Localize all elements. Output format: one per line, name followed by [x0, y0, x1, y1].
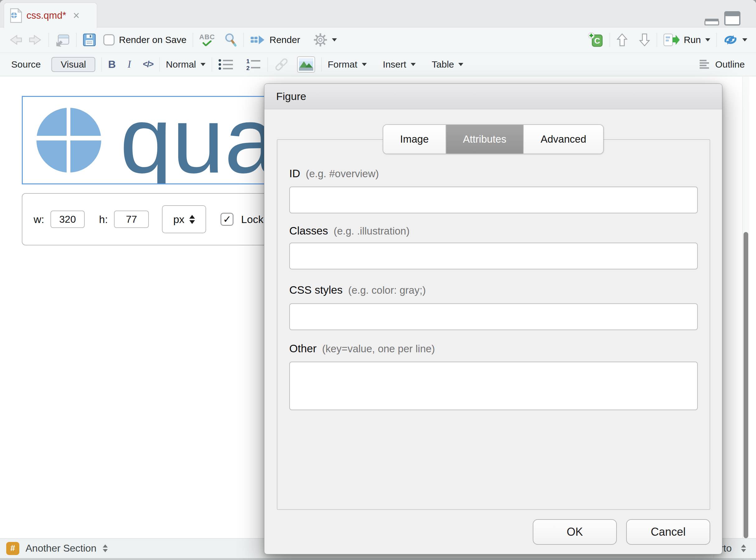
tab-image[interactable]: Image	[383, 125, 446, 154]
css-styles-field-hint: (e.g. color: gray;)	[348, 284, 426, 296]
rstudio-window: css.qmd* ×	[0, 0, 756, 560]
bold-button[interactable]: B	[108, 58, 116, 71]
mode-selector-icon[interactable]	[741, 544, 746, 552]
check-icon: ✓	[223, 213, 231, 225]
width-input[interactable]	[50, 211, 85, 228]
chevron-down-icon	[201, 63, 205, 66]
window-bottom-edge	[0, 558, 756, 560]
dialog-tab-bar: Image Attributes Advanced	[383, 124, 604, 154]
other-field-label: Other (key=value, one per line)	[289, 342, 435, 355]
css-styles-field-label: CSS styles (e.g. color: gray;)	[289, 284, 426, 296]
close-icon[interactable]: ×	[73, 10, 79, 21]
outline-icon	[700, 59, 711, 69]
section-selector-icon[interactable]	[103, 544, 108, 552]
search-icon[interactable]	[224, 33, 237, 47]
chevron-down-icon	[411, 63, 416, 66]
paragraph-style-dropdown[interactable]: Normal	[166, 59, 205, 70]
classes-field-label: Classes (e.g. .illustration)	[289, 224, 409, 237]
dialog-header: Figure	[264, 84, 722, 109]
svg-text:1: 1	[246, 58, 250, 64]
divider	[267, 57, 268, 72]
units-select[interactable]: px	[162, 205, 206, 233]
divider	[321, 57, 322, 72]
divider	[193, 33, 193, 47]
other-field-hint: (key=value, one per line)	[322, 343, 435, 355]
italic-button[interactable]: I	[128, 59, 131, 70]
divider	[610, 33, 610, 47]
id-input[interactable]	[289, 186, 698, 213]
source-tools-button[interactable]	[723, 33, 747, 46]
table-menu[interactable]: Table	[432, 59, 464, 70]
quarto-file-icon	[9, 8, 22, 23]
current-section-label[interactable]: Another Section	[25, 543, 97, 554]
format-menu[interactable]: Format	[328, 59, 367, 70]
run-icon	[663, 33, 680, 46]
divider	[48, 33, 49, 47]
chevron-down-icon	[362, 63, 367, 66]
render-on-save-checkbox[interactable]	[103, 34, 115, 45]
maximize-pane-icon[interactable]	[724, 11, 740, 25]
classes-input[interactable]	[289, 243, 698, 269]
classes-field-hint: (e.g. .illustration)	[333, 225, 409, 237]
image-button[interactable]	[297, 56, 315, 73]
quarto-logo-icon	[36, 107, 102, 173]
svg-text:C: C	[594, 36, 600, 45]
svg-text:2: 2	[246, 65, 250, 71]
gear-icon	[313, 33, 328, 47]
forward-icon[interactable]	[28, 33, 42, 46]
source-sync-icon	[723, 33, 738, 46]
ok-button[interactable]: OK	[533, 519, 617, 545]
divider	[159, 57, 160, 72]
editor-scrollbar[interactable]	[742, 77, 749, 538]
render-on-save-label: Render on Save	[119, 35, 186, 45]
insert-menu[interactable]: Insert	[383, 59, 416, 70]
numbered-list-icon[interactable]: 1 2	[246, 58, 261, 71]
figure-dialog: Figure Image Attributes Advanced ID (e.g…	[264, 83, 722, 554]
id-field-hint: (e.g. #overview)	[306, 168, 379, 180]
render-button[interactable]: Render	[250, 34, 300, 46]
minimize-pane-icon[interactable]	[704, 18, 719, 25]
spellcheck-icon[interactable]: ABC	[199, 34, 215, 46]
render-icon	[250, 34, 265, 46]
down-arrow-icon[interactable]	[639, 33, 651, 47]
run-label: Run	[684, 35, 701, 45]
lock-ratio-checkbox[interactable]: ✓	[221, 213, 233, 226]
divider	[716, 33, 717, 47]
width-label: w:	[34, 213, 44, 225]
run-button[interactable]: Run	[663, 33, 710, 46]
render-label: Render	[269, 35, 300, 45]
back-icon[interactable]	[9, 33, 23, 46]
save-icon[interactable]	[83, 33, 96, 46]
code-button[interactable]: </>	[143, 59, 153, 69]
tab-advanced[interactable]: Advanced	[524, 125, 603, 154]
source-mode-button[interactable]: Source	[11, 59, 41, 70]
insert-chunk-icon[interactable]: C	[588, 32, 604, 48]
outline-toggle[interactable]: Outline	[700, 59, 745, 70]
css-styles-input[interactable]	[289, 303, 698, 330]
divider	[657, 33, 657, 47]
height-input[interactable]	[114, 211, 149, 228]
chevron-down-icon	[458, 63, 463, 66]
open-in-new-window-icon[interactable]	[55, 33, 70, 47]
chevron-down-icon	[332, 38, 337, 41]
render-options-button[interactable]	[313, 33, 337, 47]
other-textarea[interactable]	[289, 362, 698, 410]
stepper-icon	[189, 215, 195, 224]
tab-attributes[interactable]: Attributes	[446, 125, 524, 154]
id-field-label: ID (e.g. #overview)	[289, 167, 379, 180]
dialog-title: Figure	[276, 90, 306, 102]
chevron-down-icon	[742, 38, 747, 41]
link-icon[interactable]	[274, 58, 289, 71]
main-toolbar: Render on Save ABC	[0, 27, 756, 52]
divider	[212, 57, 212, 72]
scrollbar-thumb[interactable]	[743, 232, 748, 538]
cancel-button[interactable]: Cancel	[626, 519, 710, 545]
up-arrow-icon[interactable]	[616, 33, 628, 47]
divider	[76, 33, 77, 47]
tab-css-qmd[interactable]: css.qmd* ×	[4, 2, 97, 28]
format-toolbar: Source Visual B I </> Normal 1 2	[0, 52, 756, 76]
editor-tab-strip	[0, 0, 756, 27]
visual-mode-button[interactable]: Visual	[52, 57, 95, 72]
bullet-list-icon[interactable]	[218, 58, 234, 71]
height-label: h:	[99, 213, 108, 225]
